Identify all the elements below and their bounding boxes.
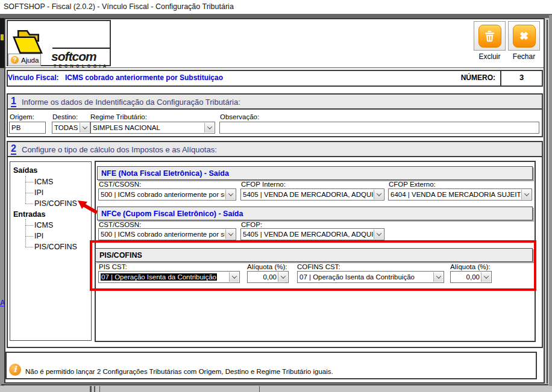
- regime-label: Regime Tributário:: [90, 113, 147, 120]
- pis-cst-select[interactable]: 07 | Operação Isenta da Contribuição: [98, 271, 240, 283]
- background-artifact: [0, 18, 4, 68]
- chevron-down-icon[interactable]: [278, 272, 287, 282]
- taskbar-artifacts: [259, 386, 260, 392]
- ajuda-button[interactable]: ? Ajuda: [8, 54, 41, 66]
- fechar-label: Fechar: [508, 52, 540, 61]
- numero-value: 3: [501, 73, 542, 82]
- nfe-cst-value: 500 | ICMS cobrado anteriormente por sub…: [101, 191, 225, 198]
- tree-item-entradas-ipi[interactable]: IPI: [34, 232, 43, 240]
- background-artifact: [1, 34, 4, 40]
- section1-title: Informe os dados de Indentificação da Co…: [22, 98, 240, 107]
- cofins-aliquota-select[interactable]: 0,00: [450, 271, 492, 283]
- logo-overline: [52, 48, 110, 49]
- cofins-cst-label: COFINS CST:: [297, 263, 340, 270]
- fechar-button[interactable]: [508, 21, 540, 51]
- tree-item-saidas-ipi[interactable]: IPI: [34, 188, 43, 197]
- background-artifact: [549, 15, 552, 386]
- title-bar: SOFTSHOP - Fiscal (2.0.2) - Vínculo Fisc…: [0, 0, 552, 14]
- excluir-button[interactable]: [474, 21, 506, 51]
- nfe-cfop-externo-label: CFOP Externo:: [389, 181, 436, 188]
- tree-connector: [25, 236, 33, 237]
- piscofins-group-header: PIS/COFINS: [95, 248, 533, 262]
- destino-select[interactable]: TODAS: [52, 122, 90, 134]
- nfe-cfop-interno-value: 5405 | VENDA DE MERCADORIA, ADQUIRIDA: [243, 191, 373, 198]
- pis-aliquota-value: 0,00: [249, 273, 277, 281]
- nfe-cst-label: CST/CSOSN:: [99, 181, 141, 188]
- info-icon: i: [9, 364, 21, 376]
- background-artifact: [0, 68, 4, 392]
- origem-value: PB: [11, 124, 20, 131]
- chevron-down-icon[interactable]: [225, 229, 235, 239]
- tree-item-entradas-icms[interactable]: ICMS: [34, 221, 53, 229]
- chevron-down-icon[interactable]: [374, 190, 383, 199]
- tree-panel: [10, 161, 92, 341]
- origem-input[interactable]: PB: [9, 122, 46, 134]
- nfce-group-header: NFCe (Cupom Fiscal Eletrônico) - Saída: [97, 207, 533, 220]
- nfce-cst-label: CST/CSOSN:: [99, 221, 141, 228]
- question-icon: ?: [11, 56, 19, 64]
- tree-connector: [25, 225, 33, 226]
- chevron-down-icon[interactable]: [80, 123, 89, 132]
- observacao-label: Observação:: [220, 113, 259, 120]
- taskbar-artifacts: [0, 386, 552, 392]
- info-box: [5, 352, 537, 379]
- destino-value: TODAS: [54, 124, 79, 131]
- tree-item-saidas-icms[interactable]: ICMS: [34, 178, 53, 186]
- tree-item-saidas-piscofins[interactable]: PIS/COFINS: [34, 199, 77, 208]
- chevron-down-icon[interactable]: [374, 229, 383, 239]
- nfe-cfop-externo-select[interactable]: 6404 | VENDA DE MERCADORIA SUJEITA AO: [388, 188, 532, 201]
- observacao-input[interactable]: [219, 122, 539, 134]
- pis-aliquota-select[interactable]: 0,00: [247, 271, 289, 283]
- chevron-down-icon[interactable]: [225, 190, 235, 199]
- pis-cst-value: 07 | Operação Isenta da Contribuição: [101, 273, 228, 281]
- tree-group-entradas[interactable]: Entradas: [13, 210, 46, 219]
- close-icon: [513, 25, 536, 48]
- ajuda-label: Ajuda: [21, 57, 39, 64]
- pis-cst-label: PIS CST:: [99, 263, 127, 270]
- numero-label: NÚMERO:: [446, 73, 495, 82]
- nfe-cfop-interno-select[interactable]: 5405 | VENDA DE MERCADORIA, ADQUIRIDA: [240, 188, 384, 201]
- nfce-cfop-label: CFOP:: [241, 221, 262, 228]
- logo-wordmark: softcom: [51, 49, 96, 64]
- chevron-down-icon[interactable]: [521, 190, 531, 199]
- cofins-aliquota-label: Alíquota (%):: [450, 263, 490, 270]
- section1-number: 1: [11, 96, 16, 107]
- destino-label: Destino:: [52, 113, 78, 120]
- tree-item-entradas-piscofins[interactable]: PIS/COFINS: [34, 243, 77, 251]
- cofins-cst-select[interactable]: 07 | Operação Isenta da Contribuição: [297, 271, 444, 283]
- cofins-aliquota-value: 0,00: [453, 273, 480, 281]
- vinculo-fiscal-label: Vinculo Fiscal:: [8, 73, 58, 82]
- chevron-down-icon[interactable]: [204, 123, 214, 132]
- tree-connector: [25, 182, 33, 182]
- nfe-cfop-interno-label: CFOP Interno:: [241, 181, 286, 188]
- window-title: SOFTSHOP - Fiscal (2.0.2) - Vínculo Fisc…: [4, 2, 234, 11]
- tree-connector: [25, 176, 26, 204]
- nfce-cfop-select[interactable]: 5405 | VENDA DE MERCADORIA, ADQUIRIDA: [240, 228, 384, 240]
- tree-connector: [25, 247, 33, 247]
- regime-select[interactable]: SIMPLES NACIONAL: [90, 122, 215, 134]
- tree-connector: [25, 204, 33, 204]
- tree-group-saidas[interactable]: Saídas: [13, 166, 37, 175]
- origem-label: Origem:: [10, 113, 34, 120]
- chevron-down-icon[interactable]: [481, 272, 491, 282]
- nfce-cst-select[interactable]: 500 | ICMS cobrado anteriormente por sub…: [98, 228, 236, 240]
- nfe-group-header: NFE (Nota Fiscal Eletrônica) - Saída: [97, 166, 533, 180]
- info-message: Não é permitido lançar 2 Configurações T…: [25, 368, 333, 375]
- chevron-down-icon[interactable]: [433, 272, 443, 282]
- vinculo-fiscal-value: ICMS cobrado anteriormente por Substitui…: [65, 73, 223, 82]
- title-bar-strip: [0, 14, 552, 18]
- trash-icon: [478, 25, 501, 48]
- logo-tagline: TECNOLOGIA: [54, 64, 109, 68]
- chevron-down-icon[interactable]: [229, 272, 239, 282]
- nfe-cst-select[interactable]: 500 | ICMS cobrado anteriormente por sub…: [98, 188, 236, 201]
- nfce-cfop-value: 5405 | VENDA DE MERCADORIA, ADQUIRIDA: [243, 231, 373, 238]
- folder-icon: [11, 27, 46, 56]
- regime-value: SIMPLES NACIONAL: [93, 124, 204, 131]
- window-border: [547, 20, 548, 384]
- taskbar-artifacts: [99, 386, 100, 392]
- section2-title: Configure o tipo de cálculo dos Impostos…: [22, 145, 217, 154]
- taskbar-artifacts: [94, 386, 95, 392]
- window-border: [1, 384, 548, 385]
- tree-connector: [25, 219, 26, 247]
- taskbar-artifacts: [90, 386, 92, 392]
